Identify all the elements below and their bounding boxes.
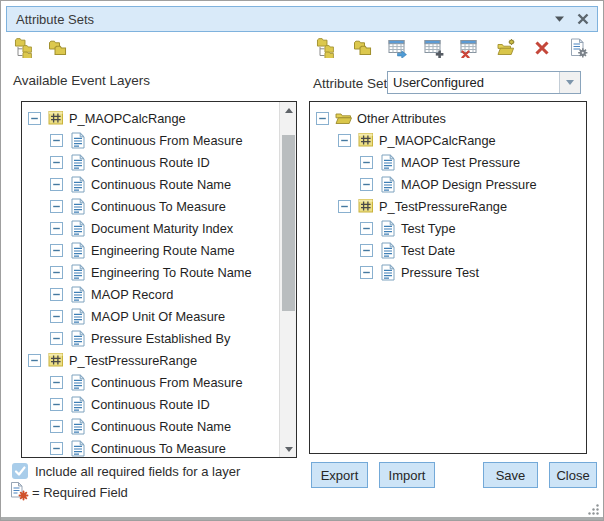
- tree-item[interactable]: Engineering Route Name: [22, 239, 279, 261]
- field-icon: [69, 308, 86, 325]
- tree-item[interactable]: MAOP Record: [22, 283, 279, 305]
- scrollbar-thumb[interactable]: [282, 135, 295, 311]
- field-icon: [69, 154, 86, 171]
- attribute-set-panel: Other Attributes P_MAOPCalcRange MAOP Te…: [309, 101, 587, 454]
- collapse-expander-icon[interactable]: [50, 310, 63, 323]
- tree-item[interactable]: Continuous Route Name: [22, 415, 279, 437]
- collapse-folders-button[interactable]: [351, 38, 373, 60]
- collapse-expander-icon[interactable]: [50, 244, 63, 257]
- tree-item[interactable]: Pressure Test: [310, 261, 586, 283]
- layer-tree-button[interactable]: [13, 38, 35, 60]
- collapse-expander-icon[interactable]: [360, 156, 373, 169]
- tree-item[interactable]: MAOP Unit Of Measure: [22, 305, 279, 327]
- collapse-expander-icon[interactable]: [316, 112, 329, 125]
- attribute-set-value: UserConfigured: [388, 72, 559, 93]
- tree-item-label: P_MAOPCalcRange: [379, 133, 496, 148]
- combobox-dropdown-button[interactable]: [559, 72, 580, 93]
- folder-new-button[interactable]: [495, 38, 517, 60]
- collapse-expander-icon[interactable]: [50, 200, 63, 213]
- collapse-expander-icon[interactable]: [338, 134, 351, 147]
- collapse-expander-icon[interactable]: [50, 442, 63, 455]
- collapse-expander-icon[interactable]: [50, 156, 63, 169]
- include-required-fields-label: Include all required fields for a layer: [35, 464, 240, 479]
- report-settings-icon: [568, 38, 588, 61]
- tree-item[interactable]: Continuous From Measure: [22, 371, 279, 393]
- collapse-expander-icon[interactable]: [360, 222, 373, 235]
- tree-item[interactable]: P_MAOPCalcRange: [310, 129, 586, 151]
- tree-item[interactable]: Continuous To Measure: [22, 437, 279, 457]
- field-icon: [379, 220, 396, 237]
- dock-menu-icon[interactable]: [549, 9, 569, 29]
- save-button[interactable]: Save: [483, 462, 538, 488]
- import-button[interactable]: Import: [379, 462, 435, 488]
- table-transfer-button[interactable]: [387, 38, 409, 60]
- attribute-set-combobox[interactable]: UserConfigured: [387, 71, 581, 94]
- vertical-scrollbar[interactable]: [279, 102, 296, 457]
- folder-icon: [335, 110, 352, 127]
- collapse-expander-icon[interactable]: [50, 376, 63, 389]
- collapse-expander-icon[interactable]: [50, 288, 63, 301]
- layer-tree-button[interactable]: [315, 38, 337, 60]
- tree-item-label: Continuous To Measure: [91, 199, 226, 214]
- tree-item[interactable]: P_TestPressureRange: [310, 195, 586, 217]
- field-icon: [69, 440, 86, 457]
- tree-item-label: Test Date: [401, 243, 455, 258]
- collapse-expander-icon[interactable]: [360, 244, 373, 257]
- table-remove-button[interactable]: [459, 38, 481, 60]
- export-button[interactable]: Export: [311, 462, 368, 488]
- tree-item[interactable]: P_TestPressureRange: [22, 349, 279, 371]
- tree-item-label: Pressure Established By: [91, 331, 230, 346]
- collapse-expander-icon[interactable]: [50, 266, 63, 279]
- event-layer-icon: [357, 198, 374, 215]
- tree-item-label: Continuous Route Name: [91, 419, 231, 434]
- close-icon[interactable]: [573, 9, 593, 29]
- collapse-expander-icon[interactable]: [50, 134, 63, 147]
- collapse-expander-icon[interactable]: [50, 222, 63, 235]
- resize-grip[interactable]: [587, 502, 600, 515]
- field-icon: [69, 132, 86, 149]
- field-icon: [379, 176, 396, 193]
- tree-item[interactable]: Continuous Route ID: [22, 393, 279, 415]
- collapse-expander-icon[interactable]: [360, 178, 373, 191]
- collapse-folders-button[interactable]: [46, 38, 68, 60]
- include-required-fields-checkbox[interactable]: [12, 463, 28, 479]
- check-icon: [13, 464, 27, 478]
- tree-item[interactable]: MAOP Test Pressure: [310, 151, 586, 173]
- tree-item[interactable]: Continuous Route Name: [22, 173, 279, 195]
- tree-item[interactable]: Other Attributes: [310, 107, 586, 129]
- event-layer-icon: [47, 110, 64, 127]
- tree-item-label: Other Attributes: [357, 111, 446, 126]
- tree-item[interactable]: P_MAOPCalcRange: [22, 107, 279, 129]
- tree-item[interactable]: Document Maturity Index: [22, 217, 279, 239]
- scroll-down-icon[interactable]: [280, 441, 297, 457]
- folder-new-icon: [496, 38, 516, 61]
- collapse-expander-icon[interactable]: [50, 178, 63, 191]
- tree-item[interactable]: Continuous Route ID: [22, 151, 279, 173]
- tree-item[interactable]: Continuous To Measure: [22, 195, 279, 217]
- table-add-button[interactable]: [423, 38, 445, 60]
- collapse-expander-icon[interactable]: [28, 112, 41, 125]
- report-settings-button[interactable]: [567, 38, 589, 60]
- tree-item[interactable]: Pressure Established By: [22, 327, 279, 349]
- collapse-expander-icon[interactable]: [50, 398, 63, 411]
- tree-item[interactable]: Continuous From Measure: [22, 129, 279, 151]
- close-button[interactable]: Close: [549, 462, 597, 488]
- collapse-expander-icon[interactable]: [360, 266, 373, 279]
- scroll-up-icon[interactable]: [280, 102, 297, 118]
- tree-item[interactable]: Engineering To Route Name: [22, 261, 279, 283]
- tree-item[interactable]: Test Date: [310, 239, 586, 261]
- field-icon: [69, 418, 86, 435]
- collapse-expander-icon[interactable]: [338, 200, 351, 213]
- titlebar[interactable]: Attribute Sets: [6, 6, 598, 32]
- tree-item[interactable]: Test Type: [310, 217, 586, 239]
- tree-item-label: Document Maturity Index: [91, 221, 233, 236]
- delete-icon: [533, 39, 551, 60]
- collapse-expander-icon[interactable]: [28, 354, 41, 367]
- tree-item-label: Test Type: [401, 221, 456, 236]
- collapse-expander-icon[interactable]: [50, 420, 63, 433]
- tree-item[interactable]: MAOP Design Pressure: [310, 173, 586, 195]
- collapse-expander-icon[interactable]: [50, 332, 63, 345]
- tree-item-label: Continuous Route ID: [91, 155, 210, 170]
- delete-button[interactable]: [531, 38, 553, 60]
- tree-item-label: MAOP Record: [91, 287, 173, 302]
